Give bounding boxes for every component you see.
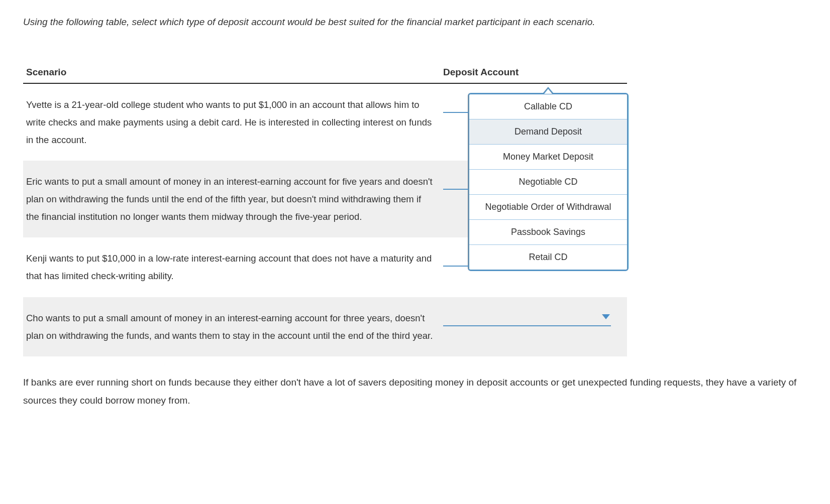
dropdown-option[interactable]: Negotiable Order of Withdrawal (469, 194, 627, 219)
deposit-cell (440, 297, 627, 356)
table-row: Cho wants to put a small amount of money… (23, 297, 627, 356)
col-header-scenario: Scenario (23, 65, 440, 83)
deposit-dropdown[interactable] (443, 309, 611, 326)
dropdown-option[interactable]: Negotiable CD (469, 169, 627, 194)
scenario-table-wrap: Scenario Deposit Account Yvette is a 21-… (23, 65, 807, 356)
dropdown-option[interactable]: Money Market Deposit (469, 144, 627, 169)
chevron-down-icon (602, 314, 610, 319)
dropdown-option[interactable]: Callable CD (469, 94, 627, 119)
scenario-cell: Cho wants to put a small amount of money… (23, 297, 440, 356)
scenario-cell: Eric wants to put a small amount of mone… (23, 161, 440, 237)
scenario-cell: Kenji wants to put $10,000 in a low-rate… (23, 237, 440, 297)
dropdown-list: Callable CDDemand DepositMoney Market De… (468, 93, 629, 271)
col-header-deposit: Deposit Account (440, 65, 627, 83)
instruction-text: Using the following table, select which … (23, 15, 807, 30)
deposit-dropdown-open[interactable]: Callable CDDemand DepositMoney Market De… (468, 87, 629, 271)
footer-text: If banks are ever running short on funds… (23, 373, 807, 410)
scenario-cell: Yvette is a 21-year-old college student … (23, 83, 440, 161)
dropdown-pointer-inner (544, 89, 552, 94)
table-header-row: Scenario Deposit Account (23, 65, 627, 83)
dropdown-option[interactable]: Retail CD (469, 244, 627, 270)
dropdown-option[interactable]: Passbook Savings (469, 219, 627, 244)
dropdown-option[interactable]: Demand Deposit (469, 119, 627, 144)
